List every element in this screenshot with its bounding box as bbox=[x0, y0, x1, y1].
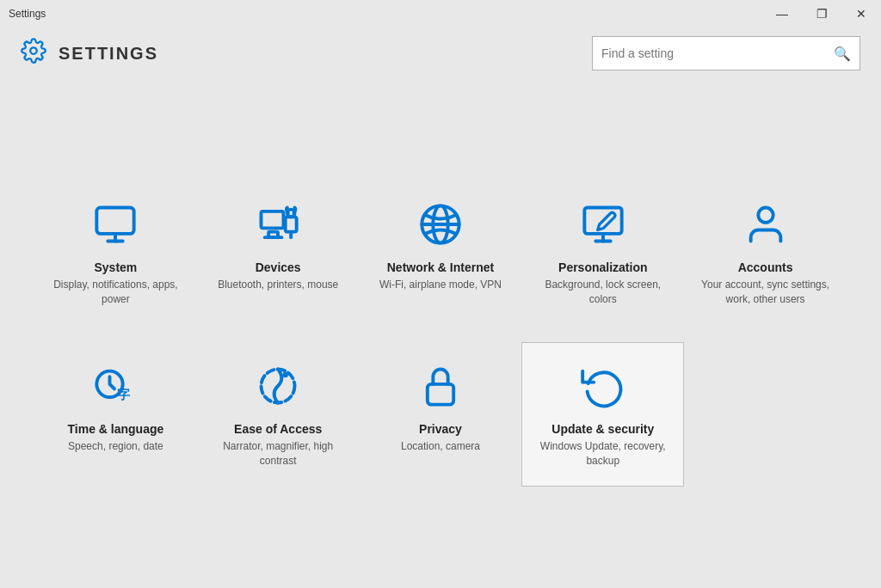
restore-button[interactable]: ❐ bbox=[802, 0, 841, 28]
accounts-name: Accounts bbox=[738, 260, 793, 274]
system-desc: Display, notifications, apps, power bbox=[44, 278, 188, 307]
accounts-icon bbox=[740, 199, 792, 250]
system-icon bbox=[89, 199, 141, 250]
ease-desc: Narrator, magnifier, high contrast bbox=[206, 439, 350, 469]
svg-rect-4 bbox=[262, 211, 284, 229]
setting-item-accounts[interactable]: Accounts Your account, sync settings, wo… bbox=[684, 181, 847, 325]
privacy-name: Privacy bbox=[419, 422, 462, 436]
devices-icon bbox=[252, 199, 304, 250]
minimize-button[interactable]: — bbox=[762, 0, 802, 28]
setting-item-network[interactable]: Network & Internet Wi-Fi, airplane mode,… bbox=[360, 181, 522, 325]
header-left: SETTINGS bbox=[21, 38, 158, 70]
update-icon bbox=[577, 360, 629, 412]
privacy-desc: Location, camera bbox=[401, 439, 480, 454]
time-name: Time & language bbox=[68, 422, 164, 436]
devices-name: Devices bbox=[256, 260, 301, 274]
personalization-desc: Background, lock screen, colors bbox=[531, 278, 675, 307]
svg-rect-1 bbox=[97, 208, 134, 234]
system-name: System bbox=[94, 260, 137, 274]
setting-item-privacy[interactable]: Privacy Location, camera bbox=[360, 342, 522, 487]
main-content: System Display, notifications, apps, pow… bbox=[0, 79, 881, 588]
update-name: Update & security bbox=[551, 422, 654, 436]
svg-point-16 bbox=[758, 208, 773, 223]
titlebar-title: Settings bbox=[9, 8, 46, 20]
svg-rect-7 bbox=[286, 217, 297, 232]
header: SETTINGS 🔍 bbox=[0, 28, 881, 79]
privacy-icon bbox=[415, 360, 466, 412]
settings-icon bbox=[21, 38, 46, 70]
setting-item-personalization[interactable]: Personalization Background, lock screen,… bbox=[521, 181, 684, 325]
network-icon bbox=[415, 199, 466, 250]
time-desc: Speech, region, date bbox=[68, 439, 163, 454]
search-icon: 🔍 bbox=[834, 46, 851, 62]
svg-text:字: 字 bbox=[118, 387, 132, 401]
setting-item-update[interactable]: Update & security Windows Update, recove… bbox=[521, 342, 684, 487]
devices-desc: Bluetooth, printers, mouse bbox=[218, 278, 338, 292]
network-desc: Wi-Fi, airplane mode, VPN bbox=[379, 278, 502, 292]
titlebar-controls: — ❐ ✕ bbox=[762, 0, 881, 28]
close-button[interactable]: ✕ bbox=[841, 0, 881, 28]
setting-item-system[interactable]: System Display, notifications, apps, pow… bbox=[34, 181, 197, 325]
setting-item-devices[interactable]: Devices Bluetooth, printers, mouse bbox=[197, 181, 360, 325]
update-desc: Windows Update, recovery, backup bbox=[531, 439, 675, 469]
ease-icon bbox=[252, 360, 304, 412]
settings-grid-row1: System Display, notifications, apps, pow… bbox=[34, 181, 847, 325]
search-box[interactable]: 🔍 bbox=[592, 36, 860, 70]
time-icon: 字 bbox=[89, 360, 141, 412]
setting-item-time[interactable]: 字 Time & language Speech, region, date bbox=[34, 342, 197, 487]
svg-point-20 bbox=[283, 372, 289, 378]
setting-item-ease[interactable]: Ease of Access Narrator, magnifier, high… bbox=[197, 342, 360, 487]
page-title: SETTINGS bbox=[59, 44, 158, 64]
personalization-icon bbox=[577, 199, 629, 250]
svg-point-0 bbox=[30, 47, 37, 54]
ease-name: Ease of Access bbox=[234, 422, 322, 436]
network-name: Network & Internet bbox=[387, 260, 494, 274]
empty-slot bbox=[684, 342, 847, 487]
search-input[interactable] bbox=[601, 46, 834, 60]
accounts-desc: Your account, sync settings, work, other… bbox=[693, 278, 837, 307]
titlebar: Settings — ❐ ✕ bbox=[0, 0, 881, 28]
settings-grid-row2: 字 Time & language Speech, region, date E… bbox=[34, 342, 847, 487]
svg-rect-21 bbox=[428, 384, 453, 405]
personalization-name: Personalization bbox=[558, 260, 647, 274]
